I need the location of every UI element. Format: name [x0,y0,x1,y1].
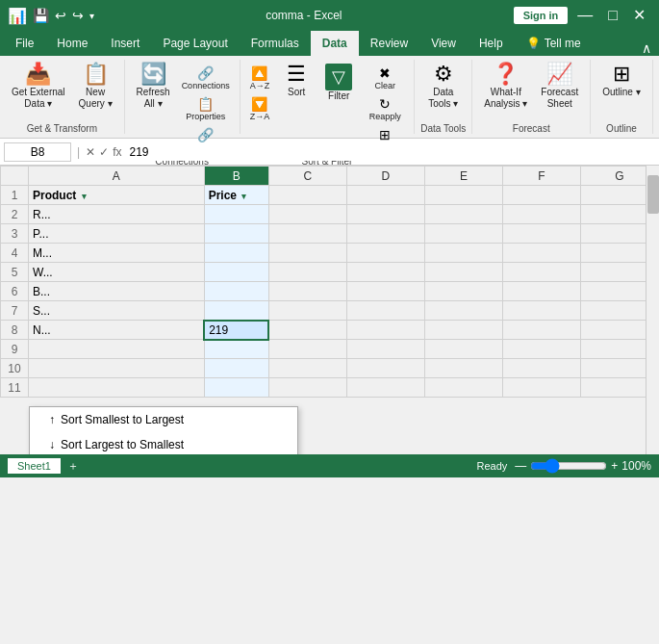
tab-page-layout[interactable]: Page Layout [151,31,239,56]
cell-f11[interactable] [502,378,580,398]
cell-f10[interactable] [502,359,580,378]
vertical-scrollbar[interactable] [646,166,659,454]
cell-b3[interactable] [204,224,268,244]
cell-c1[interactable] [268,186,346,205]
sheet-tab[interactable]: Sheet1 [8,458,61,474]
cell-e4[interactable] [424,244,502,263]
minimize-button[interactable]: — [571,6,598,25]
reapply-button[interactable]: ↻ Reapply [362,94,408,123]
new-query-button[interactable]: 📋 NewQuery ▾ [73,60,118,114]
price-filter-icon[interactable]: ▾ [241,192,246,201]
tab-review[interactable]: Review [359,31,419,56]
col-header-a[interactable]: A [29,167,205,186]
cell-b4[interactable] [204,244,268,263]
cell-b9[interactable] [204,340,268,359]
cell-c3[interactable] [268,224,346,244]
cell-e7[interactable] [424,301,502,321]
tab-tell-me[interactable]: 💡 Tell me [515,31,593,56]
cell-f6[interactable] [502,282,580,301]
sort-button[interactable]: ☰ Sort [277,60,316,102]
product-filter-icon[interactable]: ▾ [82,192,87,201]
cell-reference[interactable] [4,142,71,162]
data-tools-button[interactable]: ⚙ DataTools ▾ [422,60,464,114]
redo-icon[interactable]: ↪ [72,8,84,23]
cell-d7[interactable] [346,301,424,321]
cell-b1[interactable]: Price ▾ [204,186,268,205]
refresh-all-button[interactable]: 🔄 RefreshAll ▾ [131,60,176,114]
tab-file[interactable]: File [4,31,45,56]
cell-d6[interactable] [346,282,424,301]
outline-button[interactable]: ⊞ Outline ▾ [596,60,646,102]
cell-e5[interactable] [424,263,502,282]
cell-c4[interactable] [268,244,346,263]
cell-b8[interactable]: 219 [204,321,268,340]
confirm-formula-icon[interactable]: ✓ [99,145,109,159]
cell-b7[interactable] [204,301,268,321]
cell-a5[interactable]: W... [29,263,205,282]
col-header-b[interactable]: B [204,167,268,186]
cell-b10[interactable] [204,359,268,378]
cell-a6[interactable]: B... [29,282,205,301]
zoom-in-icon[interactable]: + [611,459,618,473]
cell-b5[interactable] [204,263,268,282]
cell-f3[interactable] [502,224,580,244]
get-external-data-button[interactable]: 📥 Get ExternalData ▾ [6,60,71,114]
cell-e10[interactable] [424,359,502,378]
cell-c5[interactable] [268,263,346,282]
scrollbar-thumb[interactable] [647,175,659,214]
col-header-f[interactable]: F [502,167,580,186]
cell-f8[interactable] [502,321,580,340]
cell-e2[interactable] [424,205,502,224]
cell-a4[interactable]: M... [29,244,205,263]
cell-a3[interactable]: P... [29,224,205,244]
formula-input[interactable] [125,143,655,161]
cell-e6[interactable] [424,282,502,301]
zoom-out-icon[interactable]: — [515,459,526,473]
filter-button[interactable]: ▽ Filter [319,60,358,106]
ribbon-collapse-icon[interactable]: ∧ [642,40,651,56]
cell-e9[interactable] [424,340,502,359]
sort-za-button[interactable]: 🔽 Z→A [246,94,274,123]
cell-a2[interactable]: R... [29,205,205,224]
sort-smallest-item[interactable]: ↑ Sort Smallest to Largest [30,407,297,432]
cell-c6[interactable] [268,282,346,301]
connections-button[interactable]: 🔗 Connections [178,64,234,92]
cell-d11[interactable] [346,378,424,398]
cell-e8[interactable] [424,321,502,340]
cell-f1[interactable] [502,186,580,205]
properties-button[interactable]: 📋 Properties [178,94,234,123]
tab-help[interactable]: Help [468,31,515,56]
sign-in-button[interactable]: Sign in [514,7,569,24]
insert-function-icon[interactable]: fx [113,145,121,159]
cell-d3[interactable] [346,224,424,244]
cell-a1[interactable]: Product ▾ [29,186,205,205]
col-header-d[interactable]: D [346,167,424,186]
forecast-sheet-button[interactable]: 📈 ForecastSheet [535,60,584,114]
cell-c10[interactable] [268,359,346,378]
close-button[interactable]: ✕ [627,6,651,25]
cell-c8[interactable] [268,321,346,340]
cell-d4[interactable] [346,244,424,263]
cell-c11[interactable] [268,378,346,398]
cell-c9[interactable] [268,340,346,359]
cell-d9[interactable] [346,340,424,359]
add-sheet-icon[interactable]: ＋ [67,459,79,473]
cell-a9[interactable] [29,340,205,359]
cell-b11[interactable] [204,378,268,398]
cell-d2[interactable] [346,205,424,224]
save-icon[interactable]: 💾 [33,8,49,23]
tab-data[interactable]: Data [311,31,359,56]
cell-a11[interactable] [29,378,205,398]
cell-e3[interactable] [424,224,502,244]
tab-formulas[interactable]: Formulas [240,31,311,56]
cell-d1[interactable] [346,186,424,205]
tab-view[interactable]: View [419,31,468,56]
cell-f2[interactable] [502,205,580,224]
cancel-formula-icon[interactable]: ✕ [86,145,95,159]
undo-icon[interactable]: ↩ [55,8,66,23]
cell-e11[interactable] [424,378,502,398]
cell-f4[interactable] [502,244,580,263]
cell-c2[interactable] [268,205,346,224]
col-header-e[interactable]: E [424,167,502,186]
col-header-c[interactable]: C [268,167,346,186]
